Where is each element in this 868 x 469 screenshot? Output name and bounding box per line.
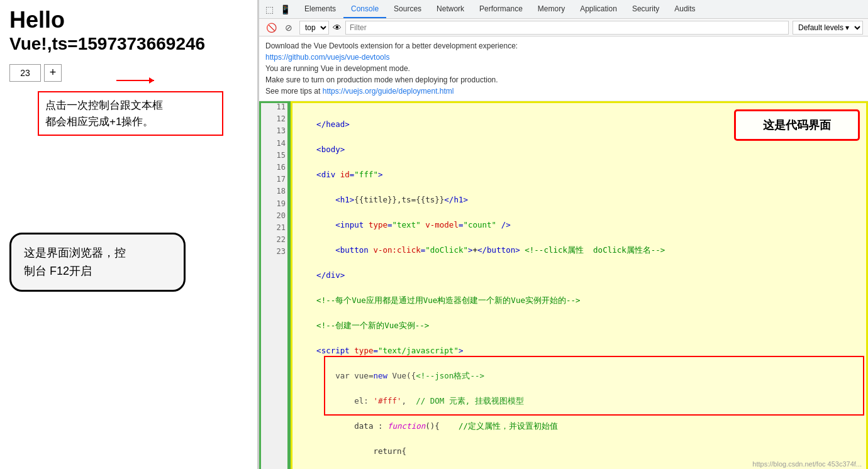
tab-console[interactable]: Console [343, 0, 386, 18]
code-line-22: el: '#fff', // DOM 元素, 挂载视图模型 [298, 395, 861, 407]
src-line-14: 14 [259, 138, 289, 150]
annotation-click-box: 点击一次控制台跟文本框 都会相应完成+1操作。 [38, 91, 223, 136]
code-line-12: <body> [298, 143, 861, 156]
tab-memory[interactable]: Memory [530, 0, 572, 18]
console-output: Download the Vue Devtools extension for … [259, 36, 868, 101]
devtools-icons: ⬚ 📱 [262, 3, 292, 16]
tab-performance[interactable]: Performance [472, 0, 530, 18]
src-line-16: 16 [259, 162, 289, 174]
tab-application[interactable]: Application [572, 0, 625, 18]
plus-button[interactable]: + [44, 64, 62, 82]
hello-text: Hello [9, 6, 248, 33]
code-content: </head> <body> <div id="fff"> <h1>{{titl… [292, 103, 866, 469]
browser-panel: Hello Vue!,ts=1597373669246 + 点击一次控制台跟文本… [0, 0, 258, 469]
code-line-return: return{ [298, 445, 861, 458]
tab-security[interactable]: Security [625, 0, 667, 18]
page-title: Hello Vue!,ts=1597373669246 [0, 0, 257, 58]
console-line-3: You are running Vue in development mode. [265, 63, 862, 74]
code-area: 11 12 13 14 15 16 17 18 19 20 21 22 23 <… [259, 101, 868, 469]
annotation-browser-box: 这是界面浏览器，控 制台 F12开启 [9, 233, 186, 292]
eye-icon[interactable]: 👁 [333, 23, 342, 33]
sources-panel: 11 12 13 14 15 16 17 18 19 20 21 22 23 [259, 101, 291, 469]
console-line-4: Make sure to turn on production mode whe… [265, 74, 862, 86]
mobile-icon[interactable]: 📱 [278, 3, 292, 16]
arrow-indicator [116, 80, 154, 81]
src-line-11: 11 [259, 101, 289, 113]
src-line-17: 17 [259, 174, 289, 185]
tab-elements[interactable]: Elements [297, 0, 343, 18]
code-line-21: var vue=new Vue({<!--json格式--> [298, 370, 861, 382]
code-line-16: <button v-on:click="doClick">+</button> … [298, 244, 861, 257]
src-line-13: 13 [259, 125, 289, 137]
code-line-23: data : function(){ //定义属性，并设置初始值 [298, 420, 861, 433]
filter-icon[interactable]: ⊘ [282, 21, 296, 35]
code-line-17: </div> [298, 269, 861, 282]
src-line-18: 18 [259, 185, 289, 197]
tab-sources[interactable]: Sources [386, 0, 429, 18]
inspect-icon[interactable]: ⬚ [262, 3, 276, 16]
code-line-14: <h1>{{title}},ts={{ts}}</h1> [298, 194, 861, 206]
input-area: + [0, 58, 257, 88]
level-select[interactable]: Default levels ▾ [793, 21, 863, 35]
bottom-hint: https://blog.csdn.net/foc 453c374f... [752, 460, 862, 468]
console-line-5: See more tips at https://vuejs.org/guide… [265, 86, 862, 97]
code-line-15: <input type="text" v-model="count" /> [298, 219, 861, 231]
src-line-19: 19 [259, 198, 289, 210]
console-line-1: Download the Vue Devtools extension for … [265, 40, 862, 52]
tab-audits[interactable]: Audits [667, 0, 703, 18]
code-line-18: <!--每个Vue应用都是通过用Vue构造器创建一个新的Vue实例开始的--> [298, 294, 861, 307]
src-line-15: 15 [259, 150, 289, 162]
tab-network[interactable]: Network [429, 0, 472, 18]
code-line-19: <!--创建一个新的Vue实例--> [298, 319, 861, 332]
context-select[interactable]: top [299, 21, 329, 35]
src-line-22: 22 [259, 234, 289, 246]
devtools-tab-bar: ⬚ 📱 Elements Console Sources Network Per… [259, 0, 868, 19]
clear-icon[interactable]: 🚫 [264, 21, 278, 35]
code-annotation-right: 这是代码界面 [734, 109, 860, 141]
src-line-12: 12 [259, 113, 289, 125]
console-toolbar: 🚫 ⊘ top 👁 Default levels ▾ [259, 19, 868, 36]
devtools-panel: ⬚ 📱 Elements Console Sources Network Per… [258, 0, 868, 469]
console-line-2: https://github.com/vuejs/vue-devtools [265, 52, 862, 63]
src-line-21: 21 [259, 222, 289, 234]
code-line-20: <script type="text/javascript"> [298, 345, 861, 357]
src-line-23: 23 [259, 246, 289, 258]
src-line-20: 20 [259, 210, 289, 222]
filter-input[interactable] [345, 21, 789, 35]
count-input[interactable] [9, 64, 41, 82]
code-editor: </head> <body> <div id="fff"> <h1>{{titl… [291, 101, 868, 469]
code-line-13: <div id="fff"> [298, 168, 861, 181]
subtitle-text: Vue!,ts=1597373669246 [9, 33, 248, 55]
